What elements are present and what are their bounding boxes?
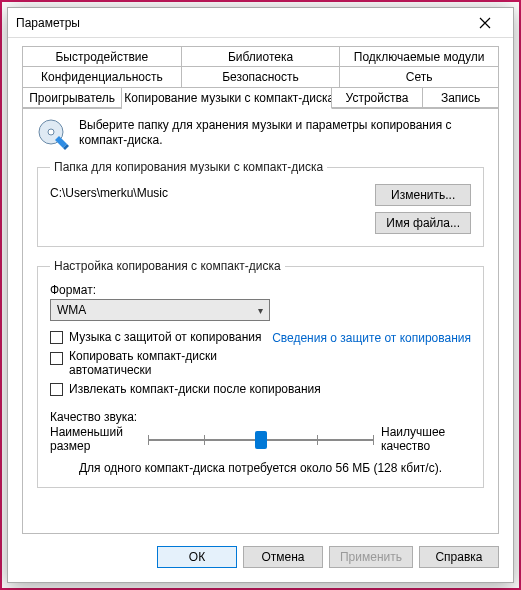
rip-settings-group: Настройка копирования с компакт-диска Фо… <box>37 259 484 488</box>
close-button[interactable] <box>465 9 505 37</box>
quality-max-label: Наилучшее качество <box>381 426 471 452</box>
copy-protect-label: Музыка с защитой от копирования <box>69 331 262 345</box>
dialog-window: Параметры Быстродействие Библиотека Подк… <box>7 7 514 583</box>
tab-plugins[interactable]: Подключаемые модули <box>340 46 499 67</box>
eject-label: Извлекать компакт-диски после копировани… <box>69 383 321 397</box>
rip-folder-path: C:\Users\merku\Music <box>50 184 365 234</box>
copy-protect-checkbox[interactable] <box>50 331 63 344</box>
titlebar: Параметры <box>8 8 513 38</box>
ok-button[interactable]: ОК <box>157 546 237 568</box>
intro-text: Выберите папку для хранения музыки и пар… <box>79 118 484 148</box>
tab-row-3: Проигрыватель Копирование музыки с компа… <box>22 87 499 108</box>
tab-library[interactable]: Библиотека <box>182 46 341 67</box>
tab-row-2: Конфиденциальность Безопасность Сеть <box>22 66 499 87</box>
filename-button[interactable]: Имя файла... <box>375 212 471 234</box>
tab-performance[interactable]: Быстродействие <box>22 46 182 67</box>
cd-rip-icon <box>37 118 69 150</box>
copy-protect-info-link[interactable]: Сведения о защите от копирования <box>272 331 471 345</box>
eject-checkbox[interactable] <box>50 383 63 396</box>
tab-panel: Выберите папку для хранения музыки и пар… <box>22 107 499 534</box>
chevron-down-icon: ▾ <box>258 305 263 316</box>
close-icon <box>479 17 491 29</box>
apply-button[interactable]: Применить <box>329 546 413 568</box>
format-select-value: WMA <box>57 303 86 317</box>
annotation-frame: Параметры Быстродействие Библиотека Подк… <box>0 0 521 590</box>
auto-rip-label: Копировать компакт-диски автоматически <box>69 350 269 378</box>
format-select[interactable]: WMA ▾ <box>50 299 270 321</box>
tab-network[interactable]: Сеть <box>340 66 499 88</box>
cancel-button[interactable]: Отмена <box>243 546 323 568</box>
tab-row-1: Быстродействие Библиотека Подключаемые м… <box>22 46 499 66</box>
quality-label: Качество звука: <box>50 410 471 424</box>
tab-devices[interactable]: Устройства <box>332 87 423 109</box>
tab-rip-music[interactable]: Копирование музыки с компакт-диска <box>122 87 331 109</box>
tab-privacy[interactable]: Конфиденциальность <box>22 66 182 88</box>
auto-rip-checkbox[interactable] <box>50 352 63 365</box>
estimate-text: Для одного компакт-диска потребуется око… <box>50 461 471 475</box>
folder-group-legend: Папка для копирования музыки с компакт-д… <box>50 160 327 174</box>
format-label: Формат: <box>50 283 471 297</box>
window-title: Параметры <box>16 16 465 30</box>
tab-security[interactable]: Безопасность <box>182 66 341 88</box>
change-folder-button[interactable]: Изменить... <box>375 184 471 206</box>
svg-point-1 <box>48 129 54 135</box>
quality-slider[interactable] <box>148 428 373 452</box>
quality-min-label: Наименьший размер <box>50 426 140 452</box>
folder-group: Папка для копирования музыки с компакт-д… <box>37 160 484 247</box>
rip-settings-legend: Настройка копирования с компакт-диска <box>50 259 285 273</box>
tab-player[interactable]: Проигрыватель <box>22 87 122 109</box>
tab-burn[interactable]: Запись <box>423 87 499 109</box>
slider-thumb[interactable] <box>255 431 267 449</box>
help-button[interactable]: Справка <box>419 546 499 568</box>
dialog-footer: ОК Отмена Применить Справка <box>8 534 513 582</box>
